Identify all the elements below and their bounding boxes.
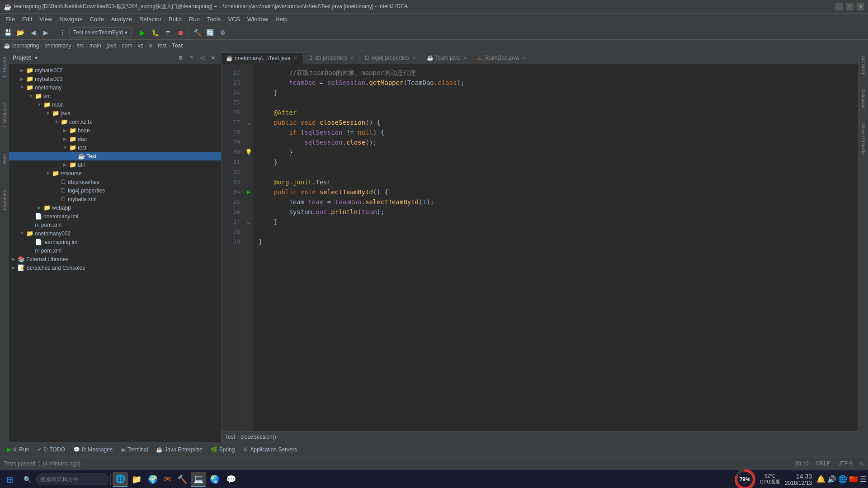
toolbar-open-button[interactable]: 📂 bbox=[14, 27, 26, 38]
status-encoding[interactable]: UTF-8 bbox=[837, 460, 853, 467]
tool-messages[interactable]: 💬 0: Messages bbox=[70, 444, 116, 455]
tree-item-src[interactable]: ▼ 📁 src bbox=[9, 92, 221, 100]
tree-item-mybatis-xml[interactable]: 🗒 mybatis.xml bbox=[9, 195, 221, 203]
systray-icon3[interactable]: 🌐 bbox=[838, 475, 847, 483]
sync-button[interactable]: 🔄 bbox=[204, 27, 216, 38]
tree-item-scratches[interactable]: ▶ 📝 Scratches and Consoles bbox=[9, 263, 221, 272]
tree-item-onetomany[interactable]: ▼ 📁 onetomany bbox=[9, 83, 221, 92]
systray-icon5[interactable]: ☰ bbox=[860, 475, 866, 483]
bc-main[interactable]: main bbox=[90, 42, 101, 49]
right-tab-database[interactable]: Database bbox=[860, 86, 867, 111]
tab-close-db[interactable]: ✕ bbox=[349, 55, 355, 61]
tab-log4j-properties[interactable]: 🗒 log4j.properties ✕ bbox=[360, 52, 422, 64]
tree-item-onetomany-iml[interactable]: 📄 onetomany.iml bbox=[9, 212, 221, 221]
toolbar-forward-button[interactable]: ▶ bbox=[40, 27, 52, 38]
tool-app-servers[interactable]: 🖥 Application Servers bbox=[239, 444, 300, 455]
tab-close-teamdao[interactable]: ✕ bbox=[521, 55, 527, 61]
project-expand-btn[interactable]: ≡ bbox=[187, 53, 196, 62]
right-tab-maven[interactable]: Maven Projects bbox=[860, 121, 867, 157]
tab-teamdao-java[interactable]: ⚠ TeamDao.java ✕ bbox=[473, 52, 532, 64]
tool-terminal[interactable]: ▣ Terminal bbox=[117, 444, 151, 455]
stop-button[interactable]: ⏹ bbox=[175, 27, 186, 38]
bc-onetomany[interactable]: onetomany bbox=[44, 42, 71, 49]
taskbar-chrome[interactable]: 🌏 bbox=[207, 472, 222, 487]
tree-item-java[interactable]: ▼ 📁 java bbox=[9, 109, 221, 117]
code-content[interactable]: //获取teamDao的对象、mapper的动态代理 teamDao = sql… bbox=[253, 64, 858, 431]
taskbar-firefox[interactable]: 🌍 bbox=[145, 472, 160, 487]
tree-item-mybatis002[interactable]: ▶ 📁 mybatis002 bbox=[9, 66, 221, 75]
tool-run[interactable]: ▶ 4: Run bbox=[4, 444, 33, 455]
menu-file[interactable]: File bbox=[2, 15, 19, 23]
tree-item-resourse[interactable]: ▼ 📁 resourse bbox=[9, 169, 221, 178]
coverage-button[interactable]: ☂ bbox=[162, 27, 174, 38]
side-panel-structure[interactable]: 2: Structure bbox=[1, 99, 8, 132]
tree-item-util[interactable]: ▶ 📁 util bbox=[9, 160, 221, 169]
close-button[interactable]: ✕ bbox=[857, 3, 864, 10]
build-project-button[interactable]: 🔨 bbox=[191, 27, 203, 38]
menu-build[interactable]: Build bbox=[165, 15, 185, 23]
taskbar-build[interactable]: 🔨 bbox=[175, 472, 190, 487]
right-tab-ant-build[interactable]: Ant Build bbox=[860, 53, 867, 77]
menu-refactor[interactable]: Refactor bbox=[136, 15, 165, 23]
tab-close-team[interactable]: ✕ bbox=[462, 55, 468, 61]
tool-spring[interactable]: 🌿 Spring bbox=[207, 444, 239, 455]
tree-item-Test-class[interactable]: ☕ Test bbox=[9, 152, 221, 160]
tree-item-main[interactable]: ▼ 📁 main bbox=[9, 100, 221, 109]
bc-test[interactable]: test bbox=[158, 42, 166, 49]
tree-item-bean[interactable]: ▶ 📁 bean bbox=[9, 126, 221, 135]
menu-view[interactable]: View bbox=[36, 15, 56, 23]
status-position[interactable]: 30:10 bbox=[795, 460, 809, 467]
tree-item-external-libraries[interactable]: ▶ 📚 External Libraries bbox=[9, 255, 221, 263]
tab-db-properties[interactable]: 🗒 db.properties ✕ bbox=[303, 52, 360, 64]
tab-test-java[interactable]: ☕ onetomany\...\Test.java ✕ bbox=[222, 52, 303, 64]
bc-learnspring[interactable]: learnspring bbox=[12, 42, 39, 49]
toolbar-back-button[interactable]: ◀ bbox=[27, 27, 39, 38]
systray-icon4[interactable]: 🇨🇳 bbox=[849, 475, 858, 483]
run-button[interactable]: ▶ bbox=[137, 27, 148, 38]
systray-icon2[interactable]: 🔊 bbox=[827, 475, 836, 483]
menu-code[interactable]: Code bbox=[86, 15, 108, 23]
settings-button[interactable]: ⚙ bbox=[217, 27, 228, 38]
minimize-button[interactable]: — bbox=[835, 3, 843, 10]
tree-item-pom2-xml[interactable]: m pom.xml bbox=[9, 246, 221, 255]
tab-close-test[interactable]: ✕ bbox=[292, 55, 298, 61]
taskbar-search-btn[interactable]: 🔍 bbox=[19, 471, 35, 488]
project-close-btn[interactable]: ✕ bbox=[208, 53, 217, 62]
menu-edit[interactable]: Edit bbox=[19, 15, 36, 23]
menu-navigate[interactable]: Navigate bbox=[56, 15, 86, 23]
tree-item-com-xz-lx[interactable]: ▼ 📁 com.xz.lx bbox=[9, 117, 221, 126]
tab-close-log4j[interactable]: ✕ bbox=[411, 55, 417, 61]
menu-analyze[interactable]: Analyze bbox=[108, 15, 136, 23]
project-settings-btn[interactable]: ⚙ bbox=[176, 53, 185, 62]
side-panel-project[interactable]: 1: Project bbox=[1, 53, 8, 81]
taskbar-ie[interactable]: 🌐 bbox=[113, 472, 128, 487]
taskbar-mail[interactable]: ✉ bbox=[161, 472, 174, 487]
menu-tools[interactable]: Tools bbox=[203, 15, 224, 23]
taskbar-intellij[interactable]: 💻 bbox=[191, 472, 206, 487]
bc-com[interactable]: com bbox=[122, 42, 132, 49]
project-collapse-btn[interactable]: ◁ bbox=[198, 53, 207, 62]
menu-run[interactable]: Run bbox=[185, 15, 203, 23]
tree-item-onetomany002[interactable]: ▼ 📁 onetomany002 bbox=[9, 229, 221, 238]
menu-vcs[interactable]: VCS bbox=[224, 15, 244, 23]
tab-team-java[interactable]: ☕ Team.java ✕ bbox=[422, 52, 473, 64]
bc-src[interactable]: src bbox=[77, 42, 84, 49]
tree-item-pom-xml[interactable]: m pom.xml bbox=[9, 221, 221, 229]
taskbar-explorer[interactable]: 📁 bbox=[129, 472, 144, 487]
tree-item-mybatis003[interactable]: ▶ 📁 mybatis003 bbox=[9, 75, 221, 83]
toolbar-structure-button[interactable]: ⋮ bbox=[57, 27, 68, 38]
bc-lx[interactable]: lx bbox=[148, 42, 152, 49]
bc-Test[interactable]: Test bbox=[172, 42, 183, 49]
tree-item-learnspring-iml[interactable]: 📄 learnspring.iml bbox=[9, 238, 221, 246]
menu-window[interactable]: Window bbox=[244, 15, 272, 23]
tree-item-log4j-properties[interactable]: 🗒 log4j.properties bbox=[9, 186, 221, 195]
menu-help[interactable]: Help bbox=[272, 15, 291, 23]
status-line-sep[interactable]: CRLF bbox=[816, 460, 830, 467]
side-panel-web[interactable]: Web bbox=[1, 150, 8, 168]
taskbar-search-input[interactable] bbox=[36, 474, 108, 485]
tree-item-dao[interactable]: ▶ 📁 dao bbox=[9, 135, 221, 143]
code-bc-test[interactable]: Test bbox=[225, 434, 235, 440]
tool-java-enterprise[interactable]: ☕ Java Enterprise bbox=[152, 444, 206, 455]
toolbar-save-button[interactable]: 💾 bbox=[2, 27, 14, 38]
maximize-button[interactable]: □ bbox=[846, 3, 854, 10]
